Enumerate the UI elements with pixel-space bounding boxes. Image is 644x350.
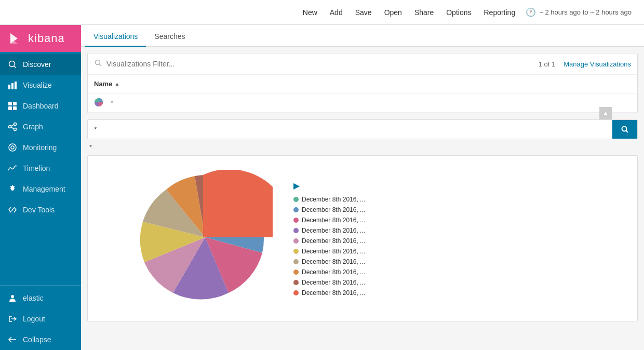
viz-search-bar: 1 of 1 Manage Visualizations bbox=[88, 53, 637, 75]
content-area: Visualizations Searches 1 of 1 Manage Vi… bbox=[81, 25, 644, 350]
sidebar-label-logout: Logout bbox=[23, 315, 45, 323]
legend-label-9: December 8th 2016, ... bbox=[302, 289, 365, 297]
legend-dot-7 bbox=[293, 270, 299, 275]
sidebar-item-management[interactable]: Management bbox=[0, 179, 81, 199]
logo-text: kibana bbox=[28, 32, 65, 45]
sidebar-label-discover: Discover bbox=[23, 60, 51, 69]
nav-reporting[interactable]: Reporting bbox=[477, 0, 521, 25]
sidebar-item-dashboard[interactable]: Dashboard bbox=[0, 96, 81, 116]
sidebar-logo[interactable]: kibana bbox=[0, 25, 81, 52]
svg-line-22 bbox=[100, 64, 102, 66]
discover-icon bbox=[7, 59, 18, 70]
sidebar-item-elastic[interactable]: elastic bbox=[0, 288, 81, 308]
sidebar-nav: Discover Visualize bbox=[0, 52, 81, 285]
manage-visualizations-link[interactable]: Manage Visualizations bbox=[564, 60, 631, 68]
svg-point-11 bbox=[14, 123, 17, 126]
sidebar-item-visualize[interactable]: Visualize bbox=[0, 75, 81, 96]
legend-dot-2 bbox=[293, 218, 299, 223]
management-icon bbox=[7, 184, 18, 194]
svg-point-12 bbox=[14, 128, 17, 131]
viz-display: ▶ December 8th 2016, ... December 8th 20… bbox=[87, 155, 638, 321]
logout-icon bbox=[7, 314, 18, 324]
nav-add[interactable]: Add bbox=[324, 0, 349, 25]
viz-count-label: 1 of 1 bbox=[539, 60, 556, 68]
svg-point-10 bbox=[9, 126, 11, 128]
viz-row-star[interactable]: * bbox=[111, 99, 113, 107]
legend-item-5: December 8th 2016, ... bbox=[293, 248, 365, 255]
svg-line-2 bbox=[14, 66, 16, 68]
legend-toggle-icon[interactable]: ▶ bbox=[293, 181, 300, 191]
svg-line-17 bbox=[11, 208, 14, 211]
legend-item-3: December 8th 2016, ... bbox=[293, 227, 365, 234]
legend-item-7: December 8th 2016, ... bbox=[293, 268, 365, 276]
main-search-input[interactable] bbox=[88, 120, 612, 139]
nav-open[interactable]: Open bbox=[378, 0, 408, 25]
table-row[interactable]: * bbox=[88, 93, 637, 113]
viz-search-input[interactable] bbox=[106, 60, 539, 68]
sidebar-label-monitoring: Monitoring bbox=[23, 143, 57, 152]
tab-searches[interactable]: Searches bbox=[146, 27, 193, 47]
legend-label-6: December 8th 2016, ... bbox=[302, 258, 365, 265]
time-range[interactable]: 🕐 ~ 2 hours ago to ~ 2 hours ago bbox=[521, 7, 636, 17]
clock-icon: 🕐 bbox=[526, 7, 536, 17]
legend-label-7: December 8th 2016, ... bbox=[302, 268, 365, 276]
sidebar-item-discover[interactable]: Discover bbox=[0, 54, 81, 75]
sidebar-label-visualize: Visualize bbox=[23, 81, 52, 89]
sidebar-item-monitoring[interactable]: Monitoring bbox=[0, 137, 81, 158]
svg-rect-7 bbox=[13, 102, 17, 105]
tab-visualizations[interactable]: Visualizations bbox=[85, 27, 146, 47]
legend-item-0: December 8th 2016, ... bbox=[293, 196, 365, 203]
nav-share[interactable]: Share bbox=[408, 0, 440, 25]
pie-chart-container bbox=[138, 170, 273, 307]
svg-rect-4 bbox=[11, 83, 14, 89]
sidebar-item-graph[interactable]: Graph bbox=[0, 116, 81, 137]
legend-item-6: December 8th 2016, ... bbox=[293, 258, 365, 265]
legend-item-9: December 8th 2016, ... bbox=[293, 289, 365, 297]
nav-save[interactable]: Save bbox=[349, 0, 378, 25]
legend-dot-8 bbox=[293, 280, 299, 285]
svg-point-15 bbox=[9, 144, 16, 151]
legend-dot-5 bbox=[293, 249, 299, 254]
pie-chart-icon bbox=[94, 98, 104, 108]
search-button[interactable] bbox=[612, 120, 637, 139]
viz-search-icon bbox=[94, 59, 102, 69]
svg-point-1 bbox=[9, 61, 15, 67]
viz-table-header: Name ▲ bbox=[88, 75, 637, 93]
devtools-icon bbox=[7, 205, 18, 215]
nav-new[interactable]: New bbox=[297, 0, 324, 25]
sidebar-item-collapse[interactable]: Collapse bbox=[0, 329, 81, 350]
asterisk-label: * bbox=[87, 141, 638, 155]
content-scroll: 1 of 1 Manage Visualizations Name ▲ bbox=[81, 47, 644, 350]
legend-header: ▶ bbox=[293, 181, 365, 191]
sidebar-item-devtools[interactable]: Dev Tools bbox=[0, 199, 81, 220]
search-bar-section bbox=[87, 119, 638, 139]
legend-label-0: December 8th 2016, ... bbox=[302, 196, 365, 203]
legend-label-8: December 8th 2016, ... bbox=[302, 279, 365, 286]
legend-label-2: December 8th 2016, ... bbox=[302, 217, 365, 224]
scroll-top-button[interactable]: ▲ bbox=[599, 107, 612, 119]
dashboard-icon bbox=[7, 101, 18, 111]
legend-item-2: December 8th 2016, ... bbox=[293, 217, 365, 224]
legend-dot-9 bbox=[293, 290, 299, 295]
legend-item-4: December 8th 2016, ... bbox=[293, 237, 365, 245]
tabs-bar: Visualizations Searches bbox=[81, 25, 644, 47]
visualize-icon bbox=[7, 80, 18, 90]
svg-point-18 bbox=[11, 295, 14, 298]
sidebar-label-elastic: elastic bbox=[23, 294, 44, 302]
legend-label-1: December 8th 2016, ... bbox=[302, 206, 365, 213]
sidebar-item-logout[interactable]: Logout bbox=[0, 308, 81, 329]
svg-line-13 bbox=[11, 125, 14, 126]
pie-chart-svg bbox=[138, 170, 273, 305]
svg-line-25 bbox=[626, 131, 628, 133]
sidebar-item-timelion[interactable]: Timelion bbox=[0, 158, 81, 179]
svg-point-24 bbox=[622, 127, 627, 131]
sidebar: kibana Discover bbox=[0, 25, 81, 350]
nav-options[interactable]: Options bbox=[440, 0, 477, 25]
sidebar-label-dashboard: Dashboard bbox=[23, 102, 59, 110]
legend-container: ▶ December 8th 2016, ... December 8th 20… bbox=[293, 181, 365, 297]
svg-rect-8 bbox=[8, 106, 12, 110]
time-range-label: ~ 2 hours ago to ~ 2 hours ago bbox=[539, 8, 632, 16]
name-column-label: Name bbox=[94, 80, 112, 88]
legend-label-3: December 8th 2016, ... bbox=[302, 227, 365, 234]
legend-label-5: December 8th 2016, ... bbox=[302, 248, 365, 255]
